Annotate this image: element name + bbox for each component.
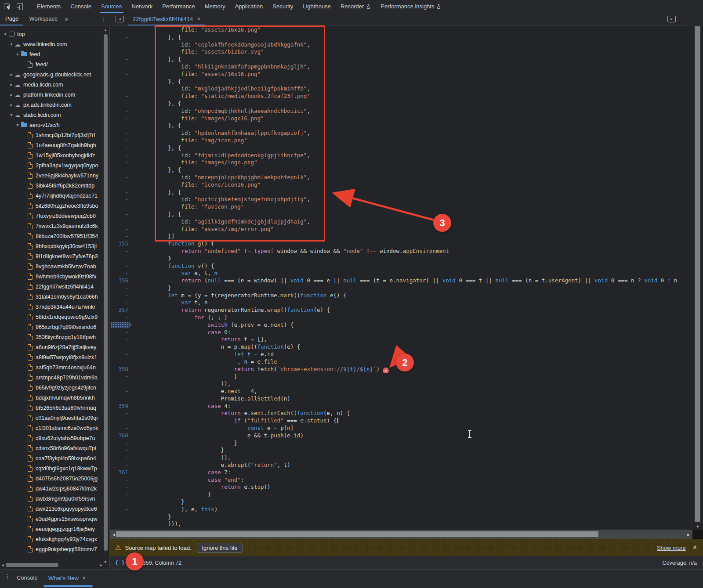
line-number-gutter[interactable]: - (110, 115, 133, 123)
tree-item-9whmeb9cbywokl9zl98fx[interactable]: 9whmeb9cbywokl9zl98fx (0, 271, 102, 281)
line-number-gutter[interactable]: - (110, 122, 133, 130)
code-line[interactable]: -} (110, 373, 692, 380)
tree-item-1w15yji05xoobybogjdkfz[interactable]: 1w15yji05xoobybogjdkfz (0, 150, 102, 160)
line-number-gutter[interactable]: - (110, 34, 133, 41)
scroll-left-icon[interactable]: ◂ (0, 562, 5, 568)
code-line[interactable]: -file: "images/logo16.png" (110, 115, 692, 123)
line-number-gutter[interactable]: - (110, 520, 133, 528)
line-number-gutter[interactable]: - (110, 395, 133, 403)
hide-navigator-icon[interactable]: ◂ (116, 16, 124, 22)
line-number-gutter[interactable]: - (110, 440, 133, 447)
code-line[interactable]: -e.next = 4, (110, 388, 692, 395)
scroll-up-icon[interactable]: ▴ (102, 27, 109, 32)
line-number-gutter[interactable]: 361 (110, 469, 133, 476)
code-line[interactable]: -id: "nmcepmjolcpckhpjgbmlaekpohfepnlk", (110, 174, 692, 181)
scroll-right-icon[interactable]: ▸ (98, 562, 104, 568)
tree-item-arstnpc48p729h01vdm9a[interactable]: arstnpc48p729h01vdm9a (0, 372, 102, 382)
tree-item-dw41w2slpsj60847l0m2k[interactable]: dw41w2slpsj60847l0m2k (0, 483, 102, 494)
line-number-gutter[interactable]: - (110, 48, 133, 56)
disclosure-triangle-icon[interactable]: ▾ (3, 32, 8, 36)
line-number-gutter[interactable]: - (110, 314, 133, 321)
tree-item-static-licdn-com[interactable]: ▾☁static.licdn.com (0, 110, 102, 120)
line-number-gutter[interactable]: - (110, 285, 133, 292)
tab-application[interactable]: Application (230, 0, 268, 13)
line-number-gutter[interactable]: - (110, 417, 133, 425)
line-number-gutter[interactable]: - (110, 373, 133, 380)
scroll-right-icon[interactable]: ▸ (685, 530, 692, 539)
code-line[interactable]: 359case 4: (110, 403, 692, 410)
toggle-right-sidebar-icon[interactable]: ▸ (667, 16, 676, 22)
code-line[interactable]: -id: "fdjminldlpednddoeokglgpjiibncfpe", (110, 152, 692, 159)
code-line[interactable]: 357return regeneratorRuntime.wrap((funct… (110, 307, 692, 314)
line-number-gutter[interactable]: - (110, 491, 133, 498)
line-number-gutter[interactable]: - (110, 476, 133, 484)
tree-item-2pfha3apx1wgyqaq0hypo[interactable]: 2pfha3apx1wgyqaq0hypo (0, 160, 102, 170)
tree-item-3ibk45t6rf6p2k82emttdp[interactable]: 3ibk45t6rf6p2k82emttdp (0, 180, 102, 191)
code-line[interactable]: -return e.stop() (110, 483, 692, 491)
code-line[interactable]: -return "undefined" != typeof window && … (110, 248, 692, 255)
line-number-gutter[interactable]: - (110, 483, 133, 491)
code-line[interactable]: -id: "ceplokfhfeekddamgoaojabdhkggafnk", (110, 41, 692, 49)
tree-item-eggp9niqsheqqi58bnmv7[interactable]: eggp9niqsheqqi58bnmv7 (0, 544, 102, 554)
code-editor[interactable]: -file: "assets/16x16.png"-}, {-id: "cepl… (110, 25, 692, 530)
tab-lighthouse[interactable]: Lighthouse (298, 0, 336, 13)
tree-item-bdqjxmvumqwh8b5nnkh[interactable]: bdqjxmvumqwh8b5nnkh (0, 393, 102, 403)
code-line[interactable]: -for (; ; ) (110, 314, 692, 321)
line-number-gutter[interactable]: - (110, 292, 133, 299)
code-line[interactable]: -} (110, 498, 692, 506)
tree-item-c01aa0nylj9ueshta2s09qr[interactable]: c01aa0nylj9ueshta2s09qr (0, 413, 102, 423)
line-number-gutter[interactable]: - (110, 513, 133, 521)
tab-console[interactable]: Console (65, 0, 96, 13)
line-number-gutter[interactable]: - (110, 410, 133, 417)
tree-item-965xzrbgi7q89i0sxsndo6[interactable]: 965xzrbgi7q89i0sxsndo6 (0, 322, 102, 332)
tree-item-media-licdn-com[interactable]: ▸☁media.licdn.com (0, 79, 102, 90)
code-line[interactable]: -}, { (110, 144, 692, 152)
tree-item-cdsnx58r6n96afsiwqu7pi[interactable]: cdsnx58r6n96afsiwqu7pi (0, 443, 102, 453)
code-line[interactable]: -}, { (110, 56, 692, 63)
line-number-gutter[interactable]: - (110, 63, 133, 71)
tree-item-8tibuza700ltsv57951ff354[interactable]: 8tibuza700ltsv57951ff354 (0, 231, 102, 241)
code-line[interactable]: -}, { (110, 34, 692, 41)
line-number-gutter[interactable]: - (110, 447, 133, 454)
disclosure-triangle-icon[interactable]: ▾ (9, 112, 14, 117)
tree-item-bt5265h6c3ua60lvhrmuq[interactable]: bt5265h6c3ua60lvhrmuq (0, 403, 102, 413)
code-line[interactable]: -id: "mkglodjadhkjjedlbeaiigfpokmimffb", (110, 85, 692, 93)
line-number-gutter[interactable]: - (110, 299, 133, 307)
code-line[interactable]: -file: "assets/img/error.png" (110, 226, 692, 233)
tree-item-9i1r8igkoet8wu7yfve76p3[interactable]: 9i1r8igkoet8wu7yfve76p3 (0, 251, 102, 261)
line-number-gutter[interactable]: - (110, 93, 133, 100)
line-number-gutter[interactable]: - (110, 108, 133, 115)
line-number-gutter[interactable]: - (110, 218, 133, 226)
tab-security[interactable]: Security (268, 0, 298, 13)
dismiss-warning-icon[interactable]: × (693, 544, 697, 552)
tree-item-top[interactable]: ▾top (0, 29, 102, 39)
sidebar-vertical-scrollbar[interactable]: ▴ ▾ (102, 27, 109, 565)
line-number-gutter[interactable]: - (110, 329, 133, 336)
tree-item-px-ads-linkedin-com[interactable]: ▸☁px.ads.linkedin.com (0, 100, 102, 110)
scrollbar-thumb[interactable] (695, 26, 700, 522)
tree-item-aaf5qh73mrc4osoxju64n[interactable]: aaf5qh73mrc4osoxju64n (0, 362, 102, 372)
line-number-gutter[interactable]: - (110, 56, 133, 63)
code-line[interactable]: -id: "hlkiignknimkfafapmgpbnbnmkajgljh", (110, 63, 692, 71)
disclosure-triangle-icon[interactable]: ▸ (9, 82, 14, 87)
code-line[interactable]: -}, { (110, 100, 692, 108)
disclosure-triangle-icon[interactable]: ▸ (9, 92, 14, 97)
editor-vertical-scrollbar[interactable]: ▾ (692, 25, 703, 530)
code-line[interactable]: -)), (110, 380, 692, 388)
disclosure-triangle-icon[interactable]: ▸ (9, 102, 14, 107)
navigator-menu-icon[interactable]: ⋮ (100, 15, 106, 22)
line-number-gutter[interactable]: - (110, 263, 133, 270)
line-number-gutter[interactable]: - (110, 26, 133, 34)
code-line[interactable]: -case "end": (110, 476, 692, 484)
line-number-gutter[interactable]: - (110, 137, 133, 144)
code-line[interactable]: -))), (110, 520, 692, 528)
code-line[interactable]: -file: "img/icon.png" (110, 137, 692, 144)
tree-item-coa7f3ykpl4n59lxspa6n4[interactable]: coa7f3ykpl4n59lxspa6n4 (0, 453, 102, 463)
tree-item-37xdp3k34u44u7a7wnkr[interactable]: 37xdp3k34u44u7a7wnkr (0, 302, 102, 312)
line-number-gutter[interactable]: 358 (110, 366, 133, 373)
tree-item-31lat41cm0ys6yf1ca066h[interactable]: 31lat41cm0ys6yf1ca066h (0, 292, 102, 302)
line-number-gutter[interactable]: - (110, 100, 133, 108)
code-line[interactable]: 355function g() { (110, 240, 692, 248)
tree-item-7xwvx1z3s9qasmufz8c6k[interactable]: 7xwvx1z3s9qasmufz8c6k (0, 221, 102, 231)
tree-item-e3ud4gprs15xswssprvqw[interactable]: e3ud4gprs15xswssprvqw (0, 514, 102, 524)
